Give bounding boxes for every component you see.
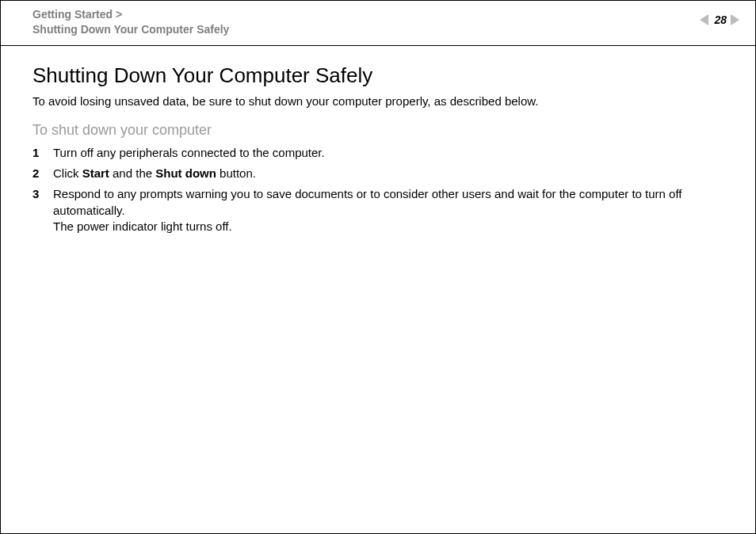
step-text-line: Respond to any prompts warning you to sa… (53, 187, 682, 216)
step-text-fragment: Click (53, 166, 82, 180)
step-text-bold: Start (82, 166, 109, 180)
step-text-bold: Shut down (155, 166, 216, 180)
step-text: Turn off any peripherals connected to th… (53, 145, 736, 161)
page-header: Getting Started > Shutting Down Your Com… (1, 1, 755, 42)
breadcrumb-parent: Getting Started > (32, 7, 229, 22)
content-area: Shutting Down Your Computer Safely To av… (1, 42, 755, 235)
document-page: Getting Started > Shutting Down Your Com… (0, 0, 756, 534)
page-number: 28 (714, 13, 727, 26)
step-text-fragment: button. (216, 166, 256, 180)
step-number: 1 (32, 145, 53, 161)
intro-paragraph: To avoid losing unsaved data, be sure to… (32, 94, 736, 108)
header-divider (1, 45, 755, 46)
page-title: Shutting Down Your Computer Safely (32, 64, 736, 88)
step-text: Click Start and the Shut down button. (53, 166, 736, 181)
step-text: Respond to any prompts warning you to sa… (53, 186, 736, 235)
previous-page-icon[interactable] (700, 14, 708, 25)
breadcrumb-current: Shutting Down Your Computer Safely (32, 22, 229, 37)
step-number: 3 (32, 186, 53, 235)
next-page-icon[interactable] (731, 14, 739, 25)
step-text-fragment: and the (109, 166, 155, 180)
step-number: 2 (32, 166, 53, 181)
step-item: 1 Turn off any peripherals connected to … (32, 145, 736, 161)
steps-list: 1 Turn off any peripherals connected to … (32, 145, 736, 235)
step-text-line: The power indicator light turns off. (53, 219, 736, 235)
step-item: 3 Respond to any prompts warning you to … (32, 186, 736, 235)
page-nav: 28 (700, 13, 739, 26)
section-subheading: To shut down your computer (32, 122, 736, 139)
step-item: 2 Click Start and the Shut down button. (32, 166, 736, 181)
breadcrumb: Getting Started > Shutting Down Your Com… (32, 7, 229, 37)
